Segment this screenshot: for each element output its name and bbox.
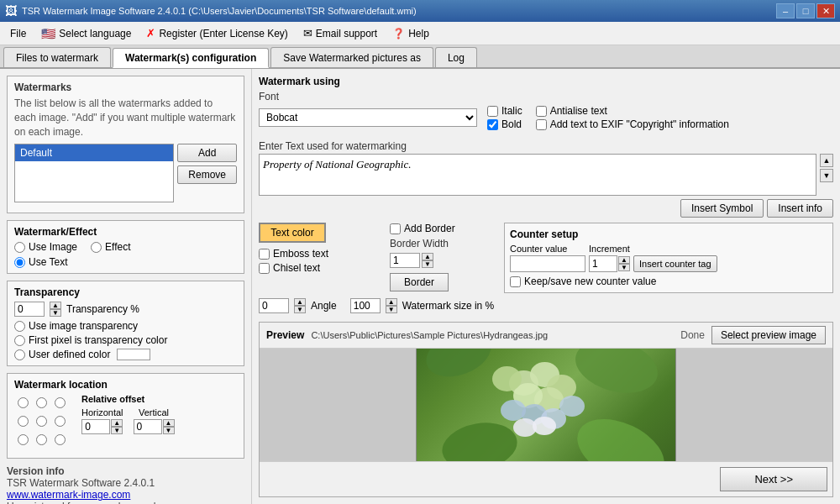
use-text-radio[interactable]: Use Text xyxy=(14,256,237,268)
antialise-label: Antialise text xyxy=(550,105,607,117)
location-mr[interactable] xyxy=(55,416,66,427)
menu-language[interactable]: 🇺🇸 Select language xyxy=(34,24,138,43)
user-defined-color-radio[interactable]: User defined color xyxy=(14,349,237,360)
location-ml[interactable] xyxy=(18,416,29,427)
enter-text-label: Enter Text used for watermarking xyxy=(259,140,833,152)
border-width-up-button[interactable]: ▲ xyxy=(422,253,433,260)
relative-offset-section: Relative offset Horizontal ▲ ▼ xyxy=(81,394,175,434)
version-link[interactable]: www.watermark-image.com xyxy=(7,489,130,501)
insert-symbol-button[interactable]: Insert Symbol xyxy=(680,199,764,218)
location-br[interactable] xyxy=(55,434,66,445)
size-down-button[interactable]: ▼ xyxy=(386,306,397,313)
flag-icon: 🇺🇸 xyxy=(41,27,55,40)
angle-down-button[interactable]: ▼ xyxy=(294,306,306,313)
tab-files-to-watermark[interactable]: Files to watermark xyxy=(3,47,111,67)
next-button[interactable]: Next >> xyxy=(720,467,827,491)
close-button[interactable]: ✕ xyxy=(816,3,835,18)
bold-checkbox[interactable]: Bold xyxy=(487,118,522,130)
italic-checkbox[interactable]: Italic xyxy=(487,105,522,117)
register-icon: ✗ xyxy=(146,27,155,39)
antialise-checkbox[interactable]: Antialise text xyxy=(536,105,729,117)
angle-input[interactable] xyxy=(259,298,289,313)
tab-config-label: Watermark(s) configuration xyxy=(125,52,256,64)
use-effect-radio[interactable]: Effect xyxy=(91,241,130,253)
border-button[interactable]: Border xyxy=(390,273,449,291)
menu-register[interactable]: ✗ Register (Enter License Key) xyxy=(139,24,294,43)
location-tl[interactable] xyxy=(18,397,29,408)
watermark-text-input[interactable]: Property of National Geographic. xyxy=(263,158,812,192)
angle-up-button[interactable]: ▲ xyxy=(294,298,306,306)
angle-label: Angle xyxy=(311,300,337,312)
location-mc[interactable] xyxy=(36,416,47,427)
chisel-checkbox[interactable]: Chisel text xyxy=(259,262,376,274)
menu-file[interactable]: File xyxy=(3,24,33,43)
counter-setup-section: Counter setup Counter value Increment ▲ xyxy=(504,223,833,293)
first-pixel-transparency-radio[interactable]: First pixel is transparency color xyxy=(14,334,237,346)
counter-value-label: Counter value xyxy=(510,244,585,254)
horizontal-input[interactable] xyxy=(81,419,110,434)
horizontal-down-button[interactable]: ▼ xyxy=(111,427,123,434)
version-info: Version info TSR Watermark Software 2.4.… xyxy=(7,465,244,504)
insert-info-button[interactable]: Insert info xyxy=(767,199,833,218)
location-bc[interactable] xyxy=(36,434,47,445)
transparency-down-button[interactable]: ▼ xyxy=(50,309,61,317)
use-image-radio[interactable]: Use Image xyxy=(14,241,77,253)
minimize-button[interactable]: – xyxy=(776,3,795,18)
tab-watermark-config[interactable]: Watermark(s) configuration xyxy=(113,48,269,68)
preview-title: Preview xyxy=(266,329,304,341)
emboss-checkbox[interactable]: Emboss text xyxy=(259,248,376,260)
tab-save-watermarked[interactable]: Save Watermarked pictures as xyxy=(270,47,433,67)
remove-watermark-button[interactable]: Remove xyxy=(177,165,237,184)
watermark-effect-group: Watermark/Effect Use Image Effect Use Te… xyxy=(7,220,244,274)
size-up-button[interactable]: ▲ xyxy=(386,298,397,306)
increment-down-button[interactable]: ▼ xyxy=(618,264,630,271)
preview-path: C:\Users\Public\Pictures\Sample Pictures… xyxy=(311,330,674,340)
vertical-input[interactable] xyxy=(134,419,162,434)
left-panel: Watermarks The list below is all the wat… xyxy=(0,69,252,504)
watermark-location-group: Watermark location Relative offset xyxy=(7,373,244,459)
vertical-label: Vertical xyxy=(139,407,169,417)
location-grid xyxy=(14,394,68,448)
app-icon: 🖼 xyxy=(5,4,17,18)
counter-setup-title: Counter setup xyxy=(510,228,827,240)
scroll-down-button[interactable]: ▼ xyxy=(820,169,833,182)
menu-bar: File 🇺🇸 Select language ✗ Register (Ente… xyxy=(0,22,840,45)
add-watermark-button[interactable]: Add xyxy=(177,144,237,162)
transparency-label: Transparency % xyxy=(66,303,139,315)
bold-label: Bold xyxy=(501,118,522,130)
border-width-down-button[interactable]: ▼ xyxy=(422,260,433,268)
size-input[interactable] xyxy=(350,298,381,313)
select-preview-button[interactable]: Select preview image xyxy=(711,326,826,344)
title-bar-text: TSR Watermark Image Software 2.4.0.1 (C:… xyxy=(22,6,776,16)
location-title: Watermark location xyxy=(14,379,237,391)
tab-bar: Files to watermark Watermark(s) configur… xyxy=(0,45,840,69)
watermark-list[interactable]: Default xyxy=(14,144,174,202)
location-bl[interactable] xyxy=(18,434,29,445)
increment-input[interactable] xyxy=(589,255,617,272)
transparency-input[interactable] xyxy=(14,302,45,317)
location-tc[interactable] xyxy=(36,397,47,408)
title-bar: 🖼 TSR Watermark Image Software 2.4.0.1 (… xyxy=(0,0,840,22)
location-tr[interactable] xyxy=(55,397,66,408)
add-border-checkbox[interactable]: Add Border xyxy=(390,223,491,234)
preview-section: Preview C:\Users\Public\Pictures\Sample … xyxy=(259,322,833,497)
text-color-button[interactable]: Text color xyxy=(259,223,326,243)
chisel-label: Chisel text xyxy=(273,262,320,274)
font-select[interactable]: Bobcat xyxy=(259,108,477,127)
maximize-button[interactable]: □ xyxy=(796,3,815,18)
watermark-list-item-default[interactable]: Default xyxy=(15,144,173,161)
insert-counter-button[interactable]: Insert counter tag xyxy=(633,255,717,272)
use-image-transparency-radio[interactable]: Use image transparency xyxy=(14,320,237,332)
scroll-up-button[interactable]: ▲ xyxy=(820,154,833,167)
counter-value-input[interactable] xyxy=(510,255,585,272)
tab-files-label: Files to watermark xyxy=(16,52,98,64)
border-width-input[interactable] xyxy=(390,253,420,268)
italic-label: Italic xyxy=(501,105,522,117)
keep-counter-checkbox[interactable]: Keep/save new counter value xyxy=(510,276,827,287)
menu-email[interactable]: ✉ Email support xyxy=(297,24,384,43)
menu-help[interactable]: ❓ Help xyxy=(386,24,436,43)
vertical-down-button[interactable]: ▼ xyxy=(163,427,175,434)
tab-log[interactable]: Log xyxy=(435,47,477,67)
increment-up-button[interactable]: ▲ xyxy=(618,256,630,264)
exif-checkbox[interactable]: Add text to EXIF "Copyright" information xyxy=(536,118,729,130)
